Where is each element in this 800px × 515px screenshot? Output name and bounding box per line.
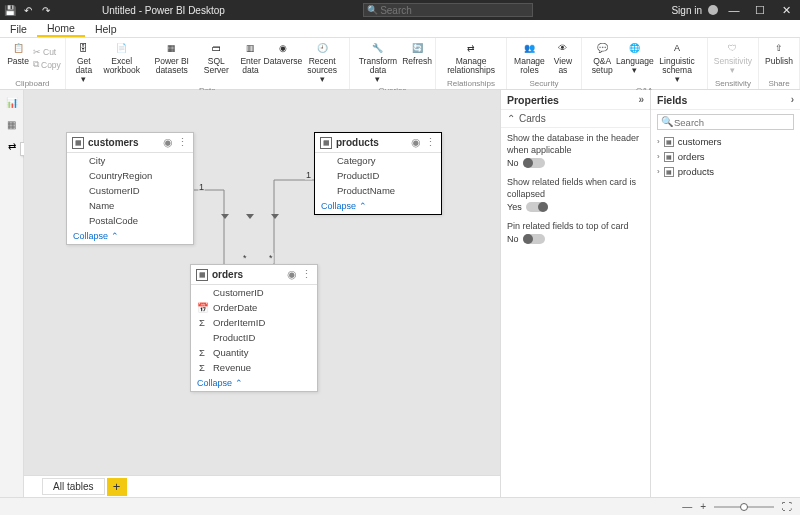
lang-button[interactable]: 🌐Language▾: [620, 39, 651, 85]
more-icon[interactable]: ⋮: [425, 136, 436, 149]
field-row[interactable]: ProductID: [191, 330, 317, 345]
field-row[interactable]: CustomerID: [67, 183, 193, 198]
group-sensitivity: Sensitivity: [712, 78, 754, 89]
collapse-link[interactable]: Collapse: [191, 375, 317, 391]
table-icon: ▦: [320, 137, 332, 149]
table-card-orders[interactable]: ▦orders◉⋮ CustomerID 📅OrderDate ΣOrderIt…: [190, 264, 318, 392]
field-row[interactable]: ΣOrderItemID: [191, 315, 317, 330]
viewas-button[interactable]: 👁View as: [549, 39, 577, 78]
fit-page-icon[interactable]: ⛶: [782, 501, 792, 512]
excel-button[interactable]: 📄Excel workbook: [99, 39, 145, 85]
field-row[interactable]: ProductName: [315, 183, 441, 198]
cardinality-one: 1: [305, 170, 312, 180]
search-icon: 🔍: [661, 116, 673, 127]
chevron-right-icon: ›: [657, 137, 660, 146]
search-icon: 🔍: [367, 5, 378, 15]
collapse-pane-icon[interactable]: ›: [791, 94, 794, 105]
prop-label: Show the database in the header when app…: [501, 128, 650, 158]
more-icon[interactable]: ⋮: [301, 268, 312, 281]
getdata-button[interactable]: 🗄Get data▾: [70, 39, 98, 85]
field-row[interactable]: ProductID: [315, 168, 441, 183]
field-row[interactable]: CustomerID: [191, 285, 317, 300]
fields-pane: Fields› 🔍 ›▦customers ›▦orders ›▦product…: [650, 90, 800, 497]
field-row[interactable]: ΣQuantity: [191, 345, 317, 360]
zoom-slider[interactable]: [714, 506, 774, 508]
fields-table-item[interactable]: ›▦products: [651, 164, 800, 179]
roles-button[interactable]: 👥Manage roles: [511, 39, 548, 78]
sensitivity-button: 🛡Sensitivity▾: [712, 39, 754, 78]
table-icon: ▦: [72, 137, 84, 149]
ling-button[interactable]: ALinguistic schema▾: [651, 39, 703, 85]
redo-icon[interactable]: ↷: [40, 4, 52, 16]
toggle-pin-fields[interactable]: [523, 234, 545, 244]
chevron-right-icon: ›: [657, 152, 660, 161]
tab-file[interactable]: File: [0, 20, 37, 37]
toggle-related-fields[interactable]: [526, 202, 548, 212]
collapse-link[interactable]: Collapse: [315, 198, 441, 214]
prop-label: Show related fields when card is collaps…: [501, 172, 650, 202]
window-title: Untitled - Power BI Desktop: [102, 5, 225, 16]
layout-tab-all[interactable]: All tables: [42, 478, 105, 495]
tab-help[interactable]: Help: [85, 20, 127, 37]
publish-button[interactable]: ⇧Publish: [763, 39, 795, 78]
visibility-icon[interactable]: ◉: [411, 136, 421, 149]
signin-link[interactable]: Sign in: [671, 5, 702, 16]
recent-button[interactable]: 🕘Recent sources▾: [299, 39, 344, 85]
more-icon[interactable]: ⋮: [177, 136, 188, 149]
fields-table-item[interactable]: ›▦customers: [651, 134, 800, 149]
fields-search-input[interactable]: [657, 114, 794, 130]
group-security: Security: [511, 78, 577, 89]
titlebar-search[interactable]: 🔍: [363, 3, 533, 17]
field-row[interactable]: PostalCode: [67, 213, 193, 228]
search-input[interactable]: [363, 3, 533, 17]
properties-title: Properties: [507, 94, 559, 106]
refresh-button[interactable]: 🔄Refresh: [403, 39, 431, 85]
cut-button: ✂ Cut: [33, 47, 61, 57]
paste-button[interactable]: 📋Paste: [4, 39, 32, 78]
report-view-icon[interactable]: 📊: [4, 94, 20, 110]
field-row[interactable]: ΣRevenue: [191, 360, 317, 375]
model-canvas[interactable]: 1 * 1 * ▦customers◉⋮ City CountryRegion …: [24, 90, 500, 475]
field-row[interactable]: 📅OrderDate: [191, 300, 317, 315]
enterdata-button[interactable]: ▥Enter data: [235, 39, 267, 85]
properties-pane: Properties» ⌃Cards Show the database in …: [500, 90, 650, 497]
collapse-pane-icon[interactable]: »: [638, 94, 644, 105]
field-row[interactable]: City: [67, 153, 193, 168]
tab-home[interactable]: Home: [37, 20, 85, 37]
cards-section[interactable]: ⌃Cards: [501, 110, 650, 128]
field-row[interactable]: Name: [67, 198, 193, 213]
qa-button[interactable]: 💬Q&A setup: [586, 39, 619, 85]
data-view-icon[interactable]: ▦: [4, 116, 20, 132]
pbi-datasets-button[interactable]: ▦Power BI datasets: [146, 39, 198, 85]
table-icon: ▦: [664, 152, 674, 162]
save-icon[interactable]: 💾: [4, 4, 16, 16]
visibility-icon[interactable]: ◉: [287, 268, 297, 281]
fields-table-item[interactable]: ›▦orders: [651, 149, 800, 164]
collapse-link[interactable]: Collapse: [67, 228, 193, 244]
avatar-icon[interactable]: [708, 5, 718, 15]
visibility-icon[interactable]: ◉: [163, 136, 173, 149]
minimize-button[interactable]: ―: [724, 4, 744, 16]
relationships-button[interactable]: ⇄Manage relationships: [440, 39, 502, 78]
close-button[interactable]: ✕: [776, 4, 796, 17]
table-icon: ▦: [664, 167, 674, 177]
maximize-button[interactable]: ☐: [750, 4, 770, 17]
toggle-db-header[interactable]: [523, 158, 545, 168]
cardinality-one: 1: [198, 182, 205, 192]
field-row[interactable]: CountryRegion: [67, 168, 193, 183]
sum-icon: Σ: [197, 317, 207, 328]
field-row[interactable]: Category: [315, 153, 441, 168]
sum-icon: Σ: [197, 362, 207, 373]
sql-button[interactable]: 🗃SQL Server: [199, 39, 234, 85]
table-card-products[interactable]: ▦products◉⋮ Category ProductID ProductNa…: [314, 132, 442, 215]
dataverse-button[interactable]: ◉Dataverse: [267, 39, 298, 85]
undo-icon[interactable]: ↶: [22, 4, 34, 16]
add-layout-button[interactable]: +: [107, 478, 127, 496]
table-card-customers[interactable]: ▦customers◉⋮ City CountryRegion Customer…: [66, 132, 194, 245]
model-view-icon[interactable]: ⇄: [4, 138, 20, 154]
cardinality-many: *: [242, 253, 248, 263]
prop-label: Pin related fields to top of card: [501, 216, 650, 234]
zoom-in[interactable]: +: [700, 501, 706, 512]
transform-button[interactable]: 🔧Transform data▾: [354, 39, 402, 85]
zoom-out[interactable]: ―: [682, 501, 692, 512]
